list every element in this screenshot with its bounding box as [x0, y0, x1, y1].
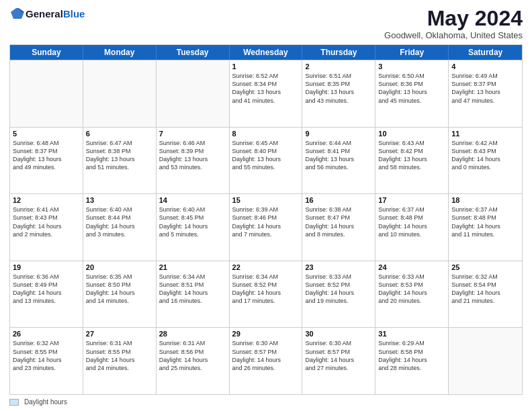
calendar-day-cell: 20Sunrise: 6:35 AM Sunset: 8:50 PM Dayli…	[83, 261, 157, 328]
calendar-day-cell: 10Sunrise: 6:43 AM Sunset: 8:42 PM Dayli…	[375, 128, 449, 194]
day-number: 25	[451, 263, 519, 271]
calendar-day-cell: 5Sunrise: 6:48 AM Sunset: 8:37 PM Daylig…	[10, 128, 83, 194]
calendar-day-cell: 8Sunrise: 6:45 AM Sunset: 8:40 PM Daylig…	[230, 128, 303, 194]
day-number: 10	[378, 130, 445, 138]
day-number: 27	[86, 330, 153, 338]
day-info: Sunrise: 6:29 AM Sunset: 8:58 PM Dayligh…	[378, 339, 445, 372]
calendar-day-cell: 27Sunrise: 6:31 AM Sunset: 8:55 PM Dayli…	[83, 328, 157, 394]
day-info: Sunrise: 6:34 AM Sunset: 8:52 PM Dayligh…	[232, 273, 300, 306]
day-number: 21	[159, 263, 226, 271]
logo-icon	[9, 7, 24, 21]
day-info: Sunrise: 6:32 AM Sunset: 8:54 PM Dayligh…	[451, 273, 519, 306]
day-info: Sunrise: 6:47 AM Sunset: 8:38 PM Dayligh…	[86, 139, 153, 172]
title-block: May 2024 Goodwell, Oklahoma, United Stat…	[384, 7, 523, 40]
day-number: 13	[86, 196, 153, 204]
daylight-legend-box	[9, 399, 19, 406]
cal-header-day: Saturday	[449, 45, 522, 60]
day-info: Sunrise: 6:41 AM Sunset: 8:43 PM Dayligh…	[13, 205, 80, 238]
day-info: Sunrise: 6:37 AM Sunset: 8:48 PM Dayligh…	[451, 205, 519, 238]
calendar-day-cell	[449, 328, 522, 394]
calendar-day-cell: 6Sunrise: 6:47 AM Sunset: 8:38 PM Daylig…	[83, 128, 157, 194]
page: GeneralBlue May 2024 Goodwell, Oklahoma,…	[0, 0, 532, 411]
calendar-day-cell: 13Sunrise: 6:40 AM Sunset: 8:44 PM Dayli…	[83, 194, 157, 261]
day-info: Sunrise: 6:39 AM Sunset: 8:46 PM Dayligh…	[232, 205, 300, 238]
day-number: 26	[13, 330, 80, 338]
day-info: Sunrise: 6:46 AM Sunset: 8:39 PM Dayligh…	[159, 139, 226, 172]
cal-header-day: Sunday	[10, 45, 83, 60]
cal-header-day: Friday	[375, 45, 449, 60]
calendar-header: SundayMondayTuesdayWednesdayThursdayFrid…	[10, 45, 522, 60]
calendar-day-cell	[157, 60, 230, 127]
daylight-label: Daylight hours	[24, 398, 67, 406]
day-number: 7	[159, 130, 226, 138]
day-info: Sunrise: 6:49 AM Sunset: 8:37 PM Dayligh…	[451, 72, 519, 105]
calendar-day-cell: 19Sunrise: 6:36 AM Sunset: 8:49 PM Dayli…	[10, 261, 83, 328]
calendar-day-cell	[83, 60, 157, 127]
calendar-day-cell: 12Sunrise: 6:41 AM Sunset: 8:43 PM Dayli…	[10, 194, 83, 261]
day-info: Sunrise: 6:48 AM Sunset: 8:37 PM Dayligh…	[13, 139, 80, 172]
title-month: May 2024	[384, 7, 523, 30]
calendar-day-cell: 28Sunrise: 6:31 AM Sunset: 8:56 PM Dayli…	[157, 328, 230, 394]
calendar-day-cell: 14Sunrise: 6:40 AM Sunset: 8:45 PM Dayli…	[157, 194, 230, 261]
day-number: 12	[13, 196, 80, 204]
day-info: Sunrise: 6:43 AM Sunset: 8:42 PM Dayligh…	[378, 139, 445, 172]
calendar-day-cell	[10, 60, 83, 127]
day-info: Sunrise: 6:44 AM Sunset: 8:41 PM Dayligh…	[305, 139, 372, 172]
cal-header-day: Monday	[83, 45, 157, 60]
calendar-day-cell: 29Sunrise: 6:30 AM Sunset: 8:57 PM Dayli…	[230, 328, 303, 394]
logo: GeneralBlue	[9, 7, 85, 21]
calendar-day-cell: 18Sunrise: 6:37 AM Sunset: 8:48 PM Dayli…	[449, 194, 522, 261]
cal-header-day: Wednesday	[230, 45, 303, 60]
footer: Daylight hours	[9, 398, 523, 406]
day-number: 20	[86, 263, 153, 271]
day-info: Sunrise: 6:51 AM Sunset: 8:35 PM Dayligh…	[305, 72, 372, 105]
day-number: 9	[305, 130, 372, 138]
calendar-day-cell: 31Sunrise: 6:29 AM Sunset: 8:58 PM Dayli…	[375, 328, 449, 394]
day-number: 23	[305, 263, 372, 271]
day-number: 6	[86, 130, 153, 138]
cal-header-day: Tuesday	[157, 45, 230, 60]
day-number: 22	[232, 263, 300, 271]
calendar-day-cell: 9Sunrise: 6:44 AM Sunset: 8:41 PM Daylig…	[302, 128, 375, 194]
logo-text: GeneralBlue	[26, 8, 85, 19]
day-number: 16	[305, 196, 372, 204]
title-location: Goodwell, Oklahoma, United States	[384, 30, 523, 40]
day-number: 30	[305, 330, 372, 338]
day-info: Sunrise: 6:31 AM Sunset: 8:56 PM Dayligh…	[159, 339, 226, 372]
day-info: Sunrise: 6:52 AM Sunset: 8:34 PM Dayligh…	[232, 72, 300, 105]
day-number: 1	[232, 62, 300, 71]
day-number: 2	[305, 62, 372, 71]
day-info: Sunrise: 6:33 AM Sunset: 8:53 PM Dayligh…	[378, 273, 445, 306]
day-info: Sunrise: 6:40 AM Sunset: 8:45 PM Dayligh…	[159, 205, 226, 238]
calendar-day-cell: 1Sunrise: 6:52 AM Sunset: 8:34 PM Daylig…	[230, 60, 303, 127]
day-info: Sunrise: 6:35 AM Sunset: 8:50 PM Dayligh…	[86, 273, 153, 306]
day-number: 29	[232, 330, 300, 338]
calendar-day-cell: 7Sunrise: 6:46 AM Sunset: 8:39 PM Daylig…	[157, 128, 230, 194]
day-number: 28	[159, 330, 226, 338]
calendar-day-cell: 24Sunrise: 6:33 AM Sunset: 8:53 PM Dayli…	[375, 261, 449, 328]
calendar-day-cell: 3Sunrise: 6:50 AM Sunset: 8:36 PM Daylig…	[375, 60, 449, 127]
day-number: 31	[378, 330, 445, 338]
day-number: 19	[13, 263, 80, 271]
cal-header-day: Thursday	[302, 45, 375, 60]
day-info: Sunrise: 6:37 AM Sunset: 8:48 PM Dayligh…	[378, 205, 445, 238]
day-info: Sunrise: 6:36 AM Sunset: 8:49 PM Dayligh…	[13, 273, 80, 306]
calendar-day-cell: 17Sunrise: 6:37 AM Sunset: 8:48 PM Dayli…	[375, 194, 449, 261]
calendar-week-row: 19Sunrise: 6:36 AM Sunset: 8:49 PM Dayli…	[10, 261, 522, 328]
calendar-day-cell: 30Sunrise: 6:30 AM Sunset: 8:57 PM Dayli…	[302, 328, 375, 394]
day-info: Sunrise: 6:34 AM Sunset: 8:51 PM Dayligh…	[159, 273, 226, 306]
calendar-week-row: 26Sunrise: 6:32 AM Sunset: 8:55 PM Dayli…	[10, 327, 522, 394]
svg-marker-0	[11, 8, 24, 19]
calendar-day-cell: 22Sunrise: 6:34 AM Sunset: 8:52 PM Dayli…	[230, 261, 303, 328]
day-info: Sunrise: 6:30 AM Sunset: 8:57 PM Dayligh…	[305, 339, 372, 372]
day-number: 8	[232, 130, 300, 138]
day-number: 3	[378, 62, 445, 71]
calendar-day-cell: 21Sunrise: 6:34 AM Sunset: 8:51 PM Dayli…	[157, 261, 230, 328]
day-info: Sunrise: 6:33 AM Sunset: 8:52 PM Dayligh…	[305, 273, 372, 306]
day-number: 4	[451, 62, 519, 71]
day-number: 24	[378, 263, 445, 271]
calendar-day-cell: 4Sunrise: 6:49 AM Sunset: 8:37 PM Daylig…	[449, 60, 522, 127]
day-info: Sunrise: 6:30 AM Sunset: 8:57 PM Dayligh…	[232, 339, 300, 372]
calendar-day-cell: 11Sunrise: 6:42 AM Sunset: 8:43 PM Dayli…	[449, 128, 522, 194]
day-info: Sunrise: 6:32 AM Sunset: 8:55 PM Dayligh…	[13, 339, 80, 372]
